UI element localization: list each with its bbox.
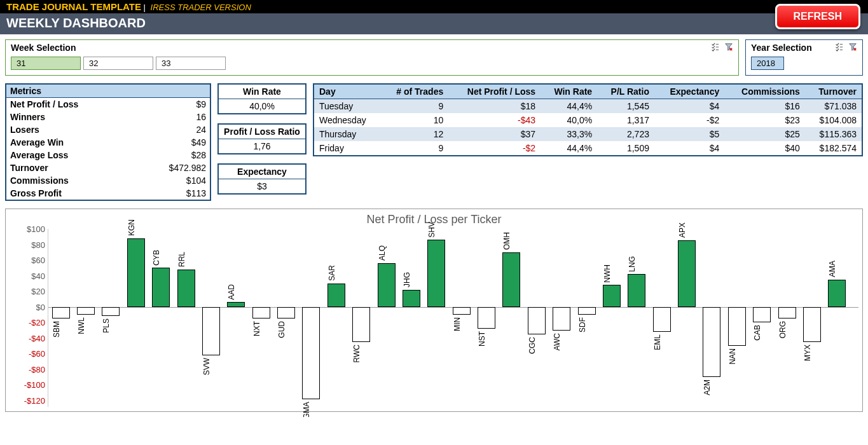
day-table-header: Net Profit / Loss (448, 84, 541, 99)
chart-bar-label: NXT (252, 321, 270, 336)
title-separator: | (144, 3, 146, 12)
chart-bar: GMA (302, 229, 320, 400)
year-item[interactable]: 2018 (751, 57, 784, 70)
metrics-row: Gross Profit$113 (6, 187, 210, 200)
metrics-label: Average Loss (10, 150, 68, 160)
day-table-cell: -$2 (654, 113, 724, 127)
chart-bar-label: SDF (578, 317, 596, 332)
week-item[interactable]: 33 (156, 57, 226, 70)
day-table-cell: -$2 (448, 141, 541, 156)
day-table-header: Win Rate (541, 84, 597, 99)
chart-bar: KGN (127, 229, 145, 400)
chart-bar-label: ORG (778, 321, 796, 338)
chart-bar-label: LNG (628, 256, 645, 272)
day-table-header: P/L Ratio (597, 84, 654, 99)
chart-bar: AMA (828, 229, 846, 400)
day-table-cell: Thursday (313, 127, 382, 141)
chart-bar-label: SAR (327, 265, 345, 281)
y-axis-tick: -$40 (29, 333, 45, 343)
day-table-cell: $182.574 (805, 141, 862, 156)
multi-select-icon[interactable] (710, 43, 719, 51)
week-item[interactable]: 32 (83, 57, 153, 70)
day-table-cell: $40 (724, 141, 805, 156)
metrics-header: Metrics (6, 85, 210, 98)
stat-box-value: 1,76 (219, 139, 305, 153)
day-table-cell: $5 (654, 127, 724, 141)
chart-bar-label: NWH (603, 264, 621, 283)
day-table-cell: 2,723 (597, 127, 654, 141)
chart-bar-label: PLS (102, 318, 120, 333)
clear-filter-icon[interactable] (848, 43, 857, 51)
day-table-cell: 1,545 (597, 99, 654, 114)
day-table-header: Expectancy (654, 84, 724, 99)
header-bar: TRADE JOURNAL TEMPLATE | IRESS TRADER VE… (0, 0, 868, 13)
day-table-cell: 9 (382, 99, 449, 114)
y-axis-tick: -$20 (29, 318, 45, 327)
chart-bar-label: SHV (427, 222, 445, 238)
chart-bar: A2M (703, 229, 720, 400)
chart-bar-label: CYB (152, 250, 170, 266)
app-title: TRADE JOURNAL TEMPLATE (6, 1, 141, 12)
chart-bar: AAD (227, 229, 245, 400)
day-table-cell: $23 (724, 113, 805, 127)
chart-bar: NWH (603, 229, 621, 400)
chart-bar: MYX (803, 229, 821, 400)
metrics-label: Turnover (10, 163, 48, 173)
day-table-cell: $115.363 (805, 127, 862, 141)
y-axis-tick: -$100 (24, 380, 45, 390)
y-axis-tick: $60 (31, 256, 45, 265)
chart-bar: NAN (728, 229, 746, 400)
week-item[interactable]: 31 (11, 57, 81, 70)
chart-bar-label: NST (478, 331, 495, 346)
chart-bar: EML (653, 229, 671, 400)
chart-bar-label: MYX (803, 345, 821, 361)
chart-bar: APX (678, 229, 696, 400)
y-axis-tick: $20 (31, 287, 45, 296)
chart-bar-label: SBM (52, 321, 70, 338)
day-table-cell: Friday (313, 141, 382, 156)
chart-bar: PLS (102, 229, 120, 400)
chart-bar-label: GUD (277, 321, 295, 338)
day-table-cell: 40,0% (541, 113, 597, 127)
clear-filter-icon[interactable] (724, 43, 733, 51)
y-axis-tick: $100 (27, 224, 45, 234)
chart-bar-label: CAB (753, 325, 771, 341)
chart-bar: RWC (352, 229, 370, 400)
chart-bar-label: MIN (453, 317, 471, 331)
multi-select-icon[interactable] (834, 43, 843, 51)
chart-bar: ORG (778, 229, 796, 400)
chart-bar: NST (478, 229, 495, 400)
chart-bar-label: AMA (828, 261, 846, 277)
chart-bar-label: ALQ (378, 245, 396, 261)
metrics-row: Losers24 (6, 123, 210, 136)
day-table-cell: $16 (724, 99, 805, 114)
metrics-value: $104 (186, 175, 206, 186)
sub-header: WEEKLY DASHBOARD (0, 13, 868, 34)
chart-bar-label: NWL (77, 317, 95, 334)
y-axis-tick: -$80 (29, 364, 45, 374)
chart-bar: SVW (202, 229, 220, 400)
metrics-value: 16 (196, 112, 206, 122)
chart-bar-label: JHG (403, 272, 420, 287)
stat-box-title: Expectancy (219, 165, 305, 179)
day-table-cell: -$43 (448, 113, 541, 127)
stat-box-title: Profit / Loss Ratio (219, 125, 305, 139)
stat-boxes: Win Rate40,0%Profit / Loss Ratio1,76Expe… (217, 83, 307, 201)
chart-bar: SAR (327, 229, 345, 400)
chart-bar: SBM (52, 229, 70, 400)
chart-bar-label: OMH (502, 232, 520, 250)
refresh-button[interactable]: REFRESH (775, 4, 860, 29)
metrics-label: Losers (10, 125, 39, 135)
y-axis-tick: $40 (31, 271, 45, 280)
metrics-row: Net Profit / Loss$9 (6, 98, 210, 111)
chart-bar: SHV (427, 229, 445, 400)
metrics-value: $49 (191, 137, 206, 147)
day-table-cell: $37 (448, 127, 541, 141)
chart-bar: CAB (753, 229, 771, 400)
chart-y-axis: $100$80$60$40$20$0-$20-$40-$60-$80-$100-… (10, 229, 48, 407)
day-table-cell: $104.008 (805, 113, 862, 127)
chart-bar-label: GMA (302, 402, 320, 417)
day-table-row: Friday9-$244,4%1,509$4$40$182.574 (313, 141, 862, 156)
day-table-panel: Day# of TradesNet Profit / LossWin RateP… (313, 83, 863, 201)
metrics-value: 24 (196, 125, 206, 135)
